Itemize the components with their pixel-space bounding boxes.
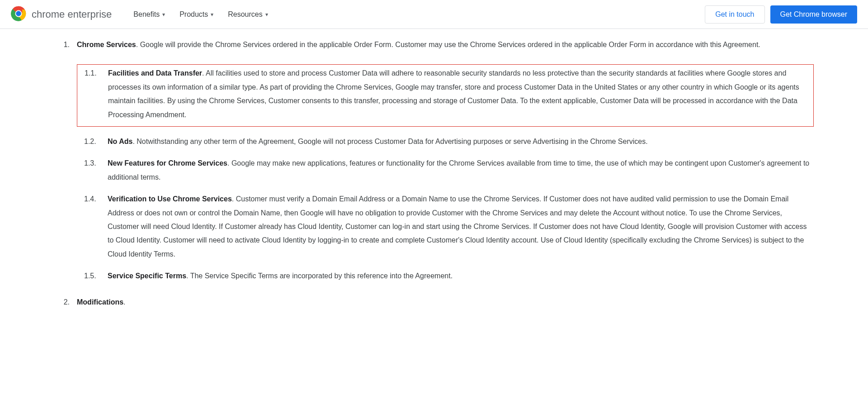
nav-benefits[interactable]: Benefits ▾: [133, 10, 165, 19]
section-title: Chrome Services: [77, 41, 136, 48]
subsection-number: 1.5.: [77, 269, 108, 283]
logo-text: chrome enterprise: [32, 9, 112, 20]
section-title: Modifications: [77, 298, 123, 306]
section-1: 1. Chrome Services. Google will provide …: [54, 38, 814, 288]
section-body: Modifications.: [77, 295, 814, 309]
section-text: . Google will provide the Chrome Service…: [136, 41, 760, 48]
header: chrome enterprise Benefits ▾ Products ▾ …: [0, 0, 868, 29]
subsection-number: 1.1.: [81, 67, 108, 122]
subsection-1-2: 1.2. No Ads. Notwithstanding any other t…: [77, 135, 814, 148]
section-2: 2. Modifications.: [54, 295, 814, 309]
nav-products[interactable]: Products ▾: [179, 10, 213, 19]
subsection-body: No Ads. Notwithstanding any other term o…: [108, 135, 814, 148]
subsection-body: Facilities and Data Transfer. All facili…: [108, 67, 810, 122]
chrome-icon: [11, 6, 26, 23]
logo[interactable]: chrome enterprise: [11, 6, 112, 23]
subsection-text: . Customer must verify a Domain Email Ad…: [108, 195, 807, 258]
section-text: .: [123, 298, 125, 306]
subsection-text: . Notwithstanding any other term of the …: [132, 138, 647, 145]
subsection-title: No Ads: [108, 138, 132, 145]
nav-label: Products: [179, 10, 208, 19]
nav-resources[interactable]: Resources ▾: [228, 10, 268, 19]
subsection-1-1: 1.1. Facilities and Data Transfer. All f…: [77, 64, 814, 127]
svg-point-2: [16, 11, 21, 16]
chevron-down-icon: ▾: [211, 11, 213, 18]
subsection-title: New Features for Chrome Services: [108, 159, 227, 167]
subsection-body: New Features for Chrome Services. Google…: [108, 157, 814, 184]
subsection-body: Service Specific Terms. The Service Spec…: [108, 269, 814, 283]
subsection-text: . The Service Specific Terms are incorpo…: [186, 272, 453, 280]
subsection-number: 1.3.: [77, 157, 108, 184]
header-right: Get in touch Get Chrome browser: [705, 5, 857, 24]
get-in-touch-button[interactable]: Get in touch: [705, 5, 764, 24]
subsection-body: Verification to Use Chrome Services. Cus…: [108, 192, 814, 261]
subsection-number: 1.2.: [77, 135, 108, 148]
subsection-1-5: 1.5. Service Specific Terms. The Service…: [77, 269, 814, 283]
nav-label: Resources: [228, 10, 262, 19]
chevron-down-icon: ▾: [265, 11, 268, 18]
section-number: 1.: [54, 38, 77, 288]
subsection-title: Verification to Use Chrome Services: [108, 195, 232, 203]
chevron-down-icon: ▾: [162, 11, 165, 18]
section-number: 2.: [54, 295, 77, 309]
get-chrome-button[interactable]: Get Chrome browser: [770, 5, 858, 24]
section-body: Chrome Services. Google will provide the…: [77, 38, 814, 288]
nav: Benefits ▾ Products ▾ Resources ▾: [133, 10, 268, 19]
subsection-text: . All facilities used to store and proce…: [108, 69, 799, 118]
subsection-1-4: 1.4. Verification to Use Chrome Services…: [77, 192, 814, 261]
subsection-title: Service Specific Terms: [108, 272, 186, 280]
header-left: chrome enterprise Benefits ▾ Products ▾ …: [11, 6, 268, 23]
nav-label: Benefits: [133, 10, 160, 19]
document-content: 1. Chrome Services. Google will provide …: [0, 29, 868, 326]
subsection-number: 1.4.: [77, 192, 108, 261]
subsection-title: Facilities and Data Transfer: [108, 69, 202, 77]
subsection-1-3: 1.3. New Features for Chrome Services. G…: [77, 157, 814, 184]
